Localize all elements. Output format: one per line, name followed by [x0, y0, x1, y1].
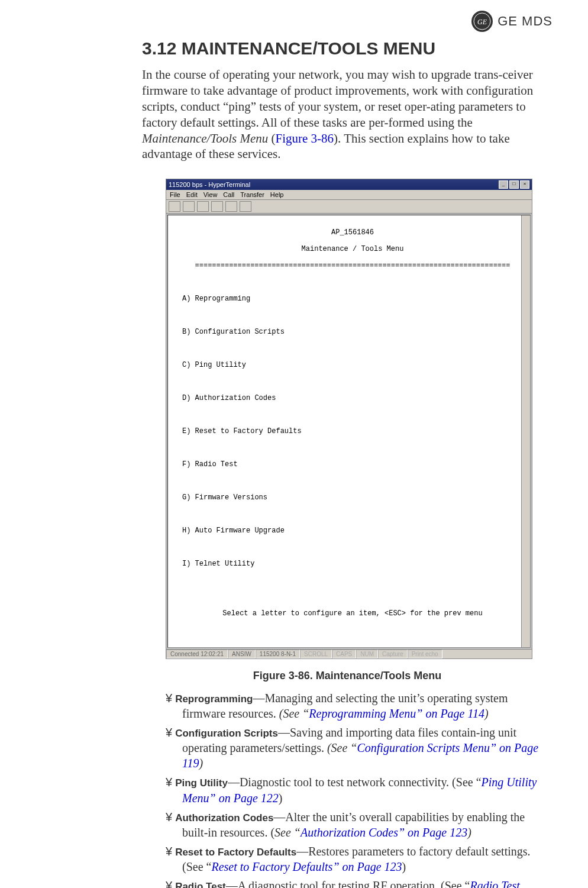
status-emulation: ANSIW — [228, 650, 256, 658]
terminal-opt-b: B) Configuration Scripts — [182, 328, 523, 336]
see-prefix: See “ — [186, 860, 212, 873]
see-suffix: ) — [199, 757, 203, 770]
toolbar — [166, 200, 532, 214]
menubar: File Edit View Call Transfer Help — [166, 190, 532, 200]
bullet-icon: ¥ — [166, 776, 172, 789]
figure-caption: Figure 3-86. Maintenance/Tools Menu — [142, 670, 553, 682]
status-baud: 115200 8-N-1 — [256, 650, 300, 658]
see-suffix: ) — [279, 792, 283, 805]
terminal-blank — [182, 444, 523, 452]
status-connected: Connected 12:02:21 — [166, 650, 228, 658]
menu-call[interactable]: Call — [223, 191, 234, 198]
intro-text-b: ( — [268, 131, 275, 146]
menu-item-list: ¥ Reprogramming—Managing and selecting t… — [166, 690, 553, 888]
terminal-blank — [182, 576, 523, 585]
item-title: Authorization Codes — [175, 812, 273, 824]
terminal-opt-a: A) Reprogramming — [182, 295, 523, 303]
terminal-opt-e: E) Reset to Factory Defaults — [182, 427, 523, 435]
list-item: ¥ Radio Test—A diagnostic tool for testi… — [166, 878, 553, 888]
close-icon[interactable]: × — [520, 180, 529, 189]
item-title: Reset to Factory Defaults — [175, 847, 296, 858]
hyperterminal-window: 115200 bps - HyperTerminal _ □ × File Ed… — [166, 179, 532, 659]
terminal-screenshot: 115200 bps - HyperTerminal _ □ × File Ed… — [166, 179, 532, 659]
window-titlebar: 115200 bps - HyperTerminal _ □ × — [166, 179, 532, 190]
intro-paragraph: In the course of operating your network,… — [142, 67, 553, 162]
intro-italic: Maintenance/Tools Menu — [142, 131, 268, 146]
terminal-blank — [182, 593, 523, 601]
see-suffix: ) — [467, 826, 471, 839]
see-suffix: ) — [402, 860, 406, 873]
list-item: ¥ Reprogramming—Managing and selecting t… — [166, 690, 553, 721]
main-content: 3.12 MAINTENANCE/TOOLS MENU In the cours… — [142, 38, 553, 888]
terminal-opt-g: G) Firmware Versions — [182, 493, 523, 502]
see-prefix: (See “ — [279, 707, 309, 720]
terminal-opt-h: H) Auto Firmware Upgrade — [182, 527, 523, 535]
terminal-ap: AP_1561846 — [182, 228, 523, 237]
item-text: —A diagnostic tool for testing RF operat… — [226, 879, 445, 888]
menu-help[interactable]: Help — [270, 191, 284, 198]
list-item: ¥ Ping Utility—Diagnostic tool to test n… — [166, 774, 553, 805]
tool-send-icon[interactable] — [225, 201, 237, 212]
scrollbar[interactable] — [521, 215, 530, 647]
cross-ref-link[interactable]: Authorization Codes” on Page 123 — [301, 826, 467, 839]
tool-call-icon[interactable] — [197, 201, 209, 212]
menu-transfer[interactable]: Transfer — [240, 191, 264, 198]
brand-logo: GE GE MDS — [471, 11, 553, 32]
see-prefix: See “ — [274, 826, 301, 839]
terminal-body: AP_1561846 Maintenance / Tools Menu ====… — [167, 215, 531, 648]
bullet-icon: ¥ — [166, 845, 172, 858]
bullet-icon: ¥ — [166, 692, 172, 705]
see-prefix: See “ — [445, 879, 470, 888]
item-title: Reprogramming — [175, 693, 253, 705]
figure-link[interactable]: Figure 3-86 — [276, 131, 334, 146]
terminal-blank — [182, 311, 523, 319]
menu-file[interactable]: File — [170, 191, 180, 198]
terminal-blank — [182, 377, 523, 386]
see-prefix: See “ — [456, 776, 482, 789]
status-print: Print echo — [408, 650, 442, 658]
brand-text: GE MDS — [497, 14, 553, 29]
menu-edit[interactable]: Edit — [186, 191, 198, 198]
terminal-prompt: Select a letter to configure an item, <E… — [182, 609, 523, 618]
ge-initials: GE — [477, 18, 487, 26]
status-num: NUM — [356, 650, 378, 658]
status-scroll: SCROLL — [300, 650, 332, 658]
ge-badge-icon: GE — [471, 11, 493, 32]
item-title: Radio Test — [175, 881, 226, 888]
minimize-icon[interactable]: _ — [499, 180, 508, 189]
tool-open-icon[interactable] — [183, 201, 195, 212]
terminal-opt-d: D) Authorization Codes — [182, 394, 523, 402]
list-item: ¥ Configuration Scripts—Saving and impor… — [166, 725, 553, 771]
menu-view[interactable]: View — [203, 191, 218, 198]
tool-hangup-icon[interactable] — [211, 201, 223, 212]
see-prefix: (See “ — [327, 741, 357, 754]
bullet-icon: ¥ — [166, 726, 172, 739]
terminal-blank — [182, 344, 523, 353]
statusbar: Connected 12:02:21 ANSIW 115200 8-N-1 SC… — [166, 649, 532, 658]
tool-props-icon[interactable] — [240, 201, 251, 212]
terminal-opt-f: F) Radio Test — [182, 460, 523, 469]
item-text: —Diagnostic tool to test network connect… — [228, 776, 456, 789]
status-caps: CAPS — [332, 650, 356, 658]
terminal-blank — [182, 477, 523, 485]
section-title: 3.12 MAINTENANCE/TOOLS MENU — [142, 38, 553, 59]
terminal-opt-c: C) Ping Utility — [182, 361, 523, 369]
item-title: Configuration Scripts — [175, 728, 278, 739]
terminal-opt-i: I) Telnet Utility — [182, 560, 523, 568]
window-buttons: _ □ × — [499, 180, 529, 189]
terminal-blank — [182, 411, 523, 419]
intro-text-a: In the course of operating your network,… — [142, 67, 533, 130]
cross-ref-link[interactable]: Reset to Factory Defaults” on Page 123 — [211, 860, 402, 873]
see-suffix: ) — [484, 707, 489, 720]
status-capture: Capture — [378, 650, 408, 658]
bullet-icon: ¥ — [166, 810, 172, 824]
list-item: ¥ Authorization Codes—Alter the unit’s o… — [166, 809, 553, 840]
window-title: 115200 bps - HyperTerminal — [169, 181, 250, 188]
item-title: Ping Utility — [175, 777, 228, 789]
terminal-menu-title: Maintenance / Tools Menu — [182, 245, 523, 253]
cross-ref-link[interactable]: Reprogramming Menu” on Page 114 — [309, 707, 484, 720]
tool-new-icon[interactable] — [169, 201, 180, 212]
bullet-icon: ¥ — [166, 879, 172, 888]
terminal-blank — [182, 510, 523, 518]
maximize-icon[interactable]: □ — [509, 180, 519, 189]
